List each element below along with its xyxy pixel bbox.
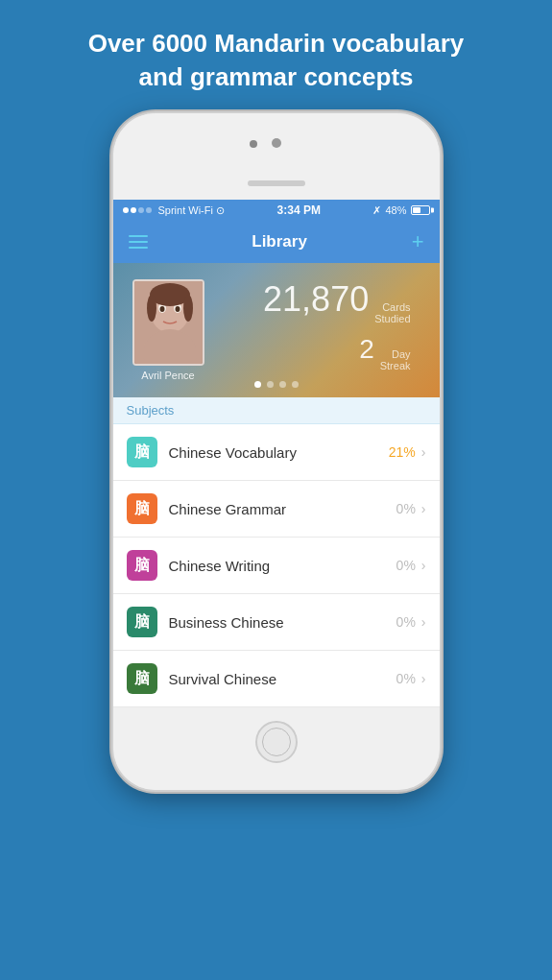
battery-fill <box>413 207 421 213</box>
subject-list: 脑Chinese Vocabulary21%›脑Chinese Grammar0… <box>113 424 440 707</box>
home-button[interactable] <box>255 721 298 763</box>
signal-dot-1 <box>123 207 129 213</box>
status-right: ✗ 48% <box>372 204 429 217</box>
page-dot-4 <box>292 381 299 388</box>
subject-char-3: 脑 <box>134 612 150 633</box>
subject-char-1: 脑 <box>134 499 150 519</box>
subject-char-2: 脑 <box>134 556 150 576</box>
subject-percent-3: 0% <box>396 614 416 630</box>
profile-photo-wrap: Avril Pence <box>132 279 204 381</box>
subject-chevron-3: › <box>421 614 426 630</box>
subject-percent-2: 0% <box>396 558 416 573</box>
profile-name: Avril Pence <box>141 370 194 381</box>
header-title: Over 6000 Mandarin vocabulary and gramma… <box>38 27 514 94</box>
add-button[interactable]: + <box>412 229 424 254</box>
hamburger-line-1 <box>129 235 148 237</box>
subjects-title: Subjects <box>127 403 175 418</box>
subject-percent-1: 0% <box>396 501 416 516</box>
status-bar: Sprint Wi-Fi ⊙ 3:34 PM ✗ 48% <box>113 200 440 221</box>
subject-item-3[interactable]: 脑Business Chinese0%› <box>113 594 440 651</box>
subject-name-2: Chinese Writing <box>169 558 396 574</box>
home-button-inner <box>262 728 291 756</box>
cards-studied-label: CardsStudied <box>374 301 410 324</box>
profile-photo <box>132 279 204 366</box>
subject-item-2[interactable]: 脑Chinese Writing0%› <box>113 538 440 594</box>
day-streak-count: 2 <box>359 336 374 363</box>
subject-percent-0: 21% <box>389 444 416 460</box>
profile-banner: Avril Pence 21,870 CardsStudied 2 DayStr… <box>113 263 440 397</box>
subject-chevron-0: › <box>421 444 426 460</box>
subject-icon-2: 脑 <box>127 550 157 581</box>
stats-area: 21,870 CardsStudied 2 DayStreak <box>204 282 420 379</box>
subject-name-1: Chinese Grammar <box>169 501 396 517</box>
subject-item-0[interactable]: 脑Chinese Vocabulary21%› <box>113 424 440 481</box>
subject-chevron-1: › <box>421 501 426 516</box>
hamburger-line-2 <box>129 241 148 243</box>
pagination-dots <box>254 381 299 388</box>
subject-chevron-4: › <box>421 671 426 686</box>
header-area: Over 6000 Mandarin vocabulary and gramma… <box>0 0 552 113</box>
battery-percent: 48% <box>385 204 406 216</box>
wifi-icon: ⊙ <box>216 204 225 217</box>
subject-percent-4: 0% <box>396 671 416 686</box>
subject-name-4: Survival Chinese <box>169 671 396 687</box>
camera <box>272 138 281 148</box>
nav-bar: Library + <box>113 221 440 263</box>
subject-icon-0: 脑 <box>127 437 157 467</box>
subject-name-3: Business Chinese <box>169 614 396 631</box>
phone-frame: Sprint Wi-Fi ⊙ 3:34 PM ✗ 48% <box>113 113 440 790</box>
svg-point-8 <box>147 295 156 322</box>
speaker <box>248 180 305 186</box>
subject-icon-4: 脑 <box>127 663 157 694</box>
day-streak-label: DayStreak <box>380 348 411 371</box>
subject-char-4: 脑 <box>134 669 150 689</box>
svg-point-9 <box>183 295 193 322</box>
page-dot-1 <box>254 381 261 388</box>
sensor <box>250 140 257 148</box>
svg-point-5 <box>159 306 164 312</box>
subject-item-1[interactable]: 脑Chinese Grammar0%› <box>113 481 440 538</box>
subject-icon-3: 脑 <box>127 607 157 637</box>
cards-studied-count: 21,870 <box>263 282 369 317</box>
battery-icon <box>411 205 430 215</box>
profile-avatar-svg <box>134 281 204 366</box>
svg-point-6 <box>175 306 180 312</box>
subject-chevron-2: › <box>421 558 426 573</box>
nav-title: Library <box>252 232 307 251</box>
page-dot-2 <box>267 381 274 388</box>
bluetooth-icon: ✗ <box>372 204 381 217</box>
subject-name-0: Chinese Vocabulary <box>169 444 389 461</box>
hamburger-line-3 <box>129 247 148 249</box>
subject-item-4[interactable]: 脑Survival Chinese0%› <box>113 651 440 707</box>
carrier-name: Sprint Wi-Fi <box>158 204 213 216</box>
signal-dot-3 <box>138 207 144 213</box>
subjects-header: Subjects <box>113 397 440 424</box>
page-dot-3 <box>279 381 286 388</box>
phone-bottom <box>113 721 440 790</box>
phone-screen: Sprint Wi-Fi ⊙ 3:34 PM ✗ 48% <box>113 200 440 707</box>
signal-dot-4 <box>146 207 152 213</box>
subject-icon-1: 脑 <box>127 493 157 524</box>
status-time: 3:34 PM <box>277 203 321 217</box>
phone-top <box>113 113 440 200</box>
status-left: Sprint Wi-Fi ⊙ <box>123 204 225 217</box>
menu-button[interactable] <box>129 235 148 249</box>
subject-char-0: 脑 <box>134 442 150 463</box>
signal-dot-2 <box>131 207 136 213</box>
signal-dots <box>123 207 152 213</box>
